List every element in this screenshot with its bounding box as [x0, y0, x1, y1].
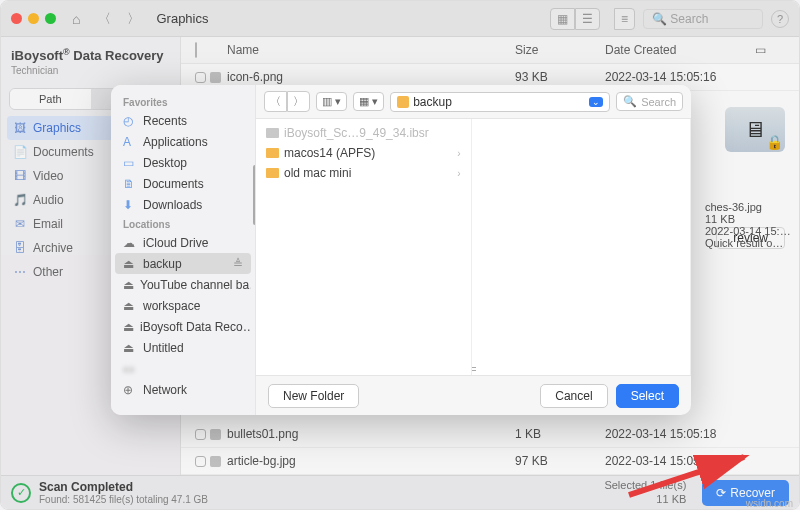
folder-icon: [266, 168, 279, 178]
watermark: wsidn.com: [746, 498, 793, 509]
folder-icon: [397, 96, 409, 108]
sidebar-icon: 🗎: [123, 177, 137, 191]
location-popup[interactable]: backup ⌄: [390, 92, 610, 112]
nav-segment[interactable]: 〈〉: [264, 91, 310, 112]
fav-recents[interactable]: ◴Recents: [115, 110, 251, 131]
dialog-footer: New Folder Cancel Select: [256, 375, 691, 415]
drive-icon: ⏏: [123, 299, 137, 313]
back-icon[interactable]: 〈: [264, 91, 287, 112]
app-window: ⌂ 〈 〉 Graphics ▦☰ ≡ 🔍 Search ? iBoysoft®…: [0, 0, 800, 510]
chevron-right-icon: ›: [457, 148, 460, 159]
dialog-search-input[interactable]: 🔍Search: [616, 92, 683, 111]
drive-icon: ⏏: [123, 278, 134, 292]
locations-header: Locations: [115, 215, 251, 232]
loc-icloud-drive[interactable]: ☁iCloud Drive: [115, 232, 251, 253]
forward-icon[interactable]: 〉: [287, 91, 310, 112]
sidebar-icon: A: [123, 135, 137, 149]
columns-view-icon[interactable]: ▥ ▾: [316, 92, 347, 111]
fav-applications[interactable]: AApplications: [115, 131, 251, 152]
search-icon: 🔍: [623, 95, 637, 108]
file-icon: [266, 128, 279, 138]
browser-item[interactable]: macos14 (APFS)›: [256, 143, 471, 163]
drive-icon: ⏏: [123, 320, 134, 334]
loc-hidden[interactable]: ▭: [115, 358, 251, 379]
drive-icon: ⏏: [123, 257, 137, 271]
favorites-header: Favorites: [115, 93, 251, 110]
new-folder-button[interactable]: New Folder: [268, 384, 359, 408]
column-2[interactable]: [476, 119, 692, 375]
fav-downloads[interactable]: ⬇Downloads: [115, 194, 251, 215]
loc-untitled[interactable]: ⏏Untitled: [115, 337, 251, 358]
column-browser: iBoysoft_Sc…9_49_34.ibsrmacos14 (APFS)›o…: [256, 119, 691, 375]
column-1[interactable]: iBoysoft_Sc…9_49_34.ibsrmacos14 (APFS)›o…: [256, 119, 472, 375]
browser-item[interactable]: old mac mini›: [256, 163, 471, 183]
folder-icon: [266, 148, 279, 158]
group-view-icon[interactable]: ▦ ▾: [353, 92, 384, 111]
sidebar-icon: ⬇: [123, 198, 137, 212]
dialog-sidebar: Favorites ◴RecentsAApplications▭Desktop🗎…: [111, 85, 256, 415]
drive-icon: ▭: [123, 362, 137, 376]
loc-workspace[interactable]: ⏏workspace: [115, 295, 251, 316]
chevron-updown-icon: ⌄: [589, 97, 603, 107]
sidebar-icon: ▭: [123, 156, 137, 170]
loc-youtube-channel-ba-[interactable]: ⏏YouTube channel ba…: [115, 274, 251, 295]
sidebar-icon: ◴: [123, 114, 137, 128]
sidebar-resize-handle[interactable]: [253, 165, 256, 225]
loc-network[interactable]: ⊕Network: [115, 379, 251, 400]
eject-icon[interactable]: ≜: [233, 257, 243, 271]
drive-icon: ⏏: [123, 341, 137, 355]
loc-iboysoft-data-reco-[interactable]: ⏏iBoysoft Data Reco…: [115, 316, 251, 337]
fav-desktop[interactable]: ▭Desktop: [115, 152, 251, 173]
chevron-right-icon: ›: [457, 168, 460, 179]
drive-icon: ⊕: [123, 383, 137, 397]
cancel-button[interactable]: Cancel: [540, 384, 607, 408]
save-dialog: Favorites ◴RecentsAApplications▭Desktop🗎…: [111, 85, 691, 415]
drive-icon: ☁: [123, 236, 137, 250]
select-button[interactable]: Select: [616, 384, 679, 408]
loc-backup[interactable]: ⏏backup≜: [115, 253, 251, 274]
browser-item[interactable]: iBoysoft_Sc…9_49_34.ibsr: [256, 123, 471, 143]
dialog-toolbar: 〈〉 ▥ ▾ ▦ ▾ backup ⌄ 🔍Search: [256, 85, 691, 119]
fav-documents[interactable]: 🗎Documents: [115, 173, 251, 194]
